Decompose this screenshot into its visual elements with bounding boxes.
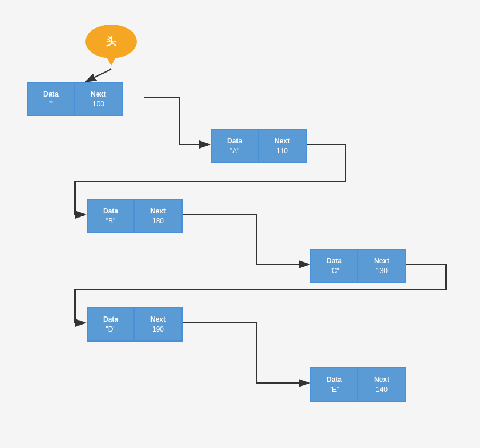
node-0-next: Next 100 — [75, 83, 122, 115]
node-3-next: Next 130 — [358, 250, 405, 282]
node-4-next-value: 190 — [152, 325, 164, 335]
node-3-data: Data "C" — [311, 250, 358, 282]
node-4-next-label: Next — [150, 315, 166, 325]
node-3: Data "C" Next 130 — [310, 249, 406, 283]
node-5-data: Data "E" — [311, 368, 358, 401]
head-bubble: 头 — [85, 25, 137, 63]
node-5-next: Next 140 — [358, 368, 405, 401]
node-1-data-value: "A" — [230, 146, 240, 156]
node-0-data-value: "" — [49, 99, 54, 109]
node-0-next-value: 100 — [92, 99, 104, 109]
node-0-data: Data "" — [28, 83, 75, 115]
node-0-next-label: Next — [91, 89, 106, 99]
node-4-next: Next 190 — [135, 308, 181, 340]
head-label: 头 — [106, 35, 116, 49]
node-5-data-label: Data — [327, 375, 342, 385]
node-5: Data "E" Next 140 — [310, 367, 406, 402]
node-2-next: Next 180 — [135, 200, 181, 232]
node-4-data-label: Data — [103, 315, 118, 325]
node-3-data-value: "C" — [329, 266, 339, 276]
node-1-data-label: Data — [227, 136, 242, 146]
node-2-data: Data "B" — [88, 200, 135, 232]
node-1-next-label: Next — [275, 136, 290, 146]
node-3-data-label: Data — [327, 256, 342, 266]
node-0-data-label: Data — [43, 89, 59, 99]
node-5-next-label: Next — [374, 375, 389, 385]
diagram-container: 头 Data "" Next 100 — [0, 0, 480, 448]
node-0: Data "" Next 100 — [27, 82, 123, 116]
node-3-next-value: 130 — [376, 266, 388, 276]
node-4: Data "D" Next 190 — [87, 307, 183, 342]
node-2-next-value: 180 — [152, 216, 164, 226]
node-5-next-value: 140 — [376, 385, 388, 395]
node-2: Data "B" Next 180 — [87, 199, 183, 233]
head-ellipse: 头 — [85, 25, 137, 58]
node-4-data: Data "D" — [88, 308, 135, 340]
node-1: Data "A" Next 110 — [211, 129, 307, 163]
node-2-data-value: "B" — [106, 216, 116, 226]
node-1-next-value: 110 — [276, 146, 288, 156]
node-3-next-label: Next — [374, 256, 389, 266]
node-2-data-label: Data — [103, 206, 118, 216]
arrows-overlay — [0, 0, 480, 448]
svg-line-1 — [85, 69, 111, 82]
node-4-data-value: "D" — [105, 325, 115, 335]
node-2-next-label: Next — [150, 206, 166, 216]
node-1-data: Data "A" — [212, 130, 259, 162]
node-1-next: Next 110 — [259, 130, 306, 162]
node-5-data-value: "E" — [330, 385, 340, 395]
